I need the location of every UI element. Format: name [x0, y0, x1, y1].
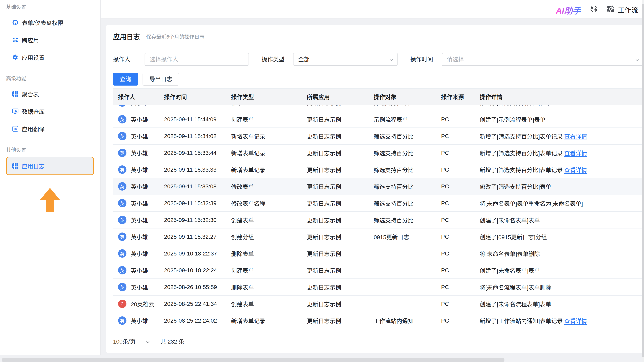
svg-text:EN: EN	[14, 128, 17, 130]
